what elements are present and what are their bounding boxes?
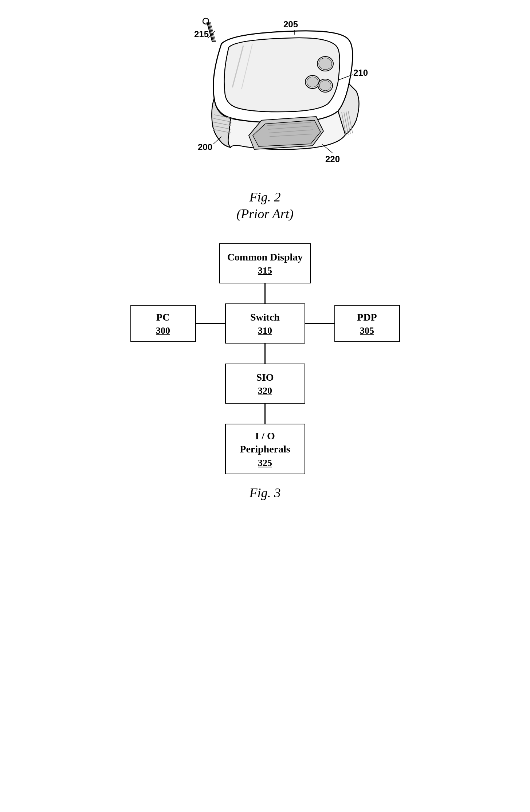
common-display-box: Common Display 315: [219, 243, 311, 283]
fig3-section: Common Display 315 PC 300 Switch 310: [0, 229, 530, 515]
pc-box: PC 300: [130, 305, 196, 342]
svg-text:200: 200: [198, 142, 212, 152]
switch-row: PC 300 Switch 310 PDP 305: [101, 303, 429, 344]
io-peripherals-number: 325: [258, 458, 272, 468]
connector-switch-sio: [264, 344, 266, 364]
pdp-box: PDP 305: [334, 305, 400, 342]
svg-point-8: [319, 58, 332, 70]
connector-pc-switch: [196, 323, 225, 324]
fig2-section: 215 205 210 200 220 Fig. 2 (Prior Art): [0, 0, 530, 229]
common-display-number: 315: [258, 265, 272, 276]
svg-text:215: 215: [194, 29, 209, 39]
sio-label: SIO: [256, 371, 274, 384]
io-peripherals-label: I / OPeripherals: [240, 429, 290, 456]
switch-number: 310: [258, 325, 272, 336]
pdp-label: PDP: [357, 311, 377, 324]
connector-display-switch: [264, 283, 266, 303]
svg-text:205: 205: [283, 19, 298, 29]
connector-switch-pdp: [305, 323, 334, 324]
svg-point-12: [319, 81, 331, 91]
svg-point-4: [203, 18, 209, 24]
svg-point-10: [307, 77, 318, 87]
pc-label: PC: [156, 311, 170, 324]
common-display-label: Common Display: [227, 251, 303, 264]
switch-label: Switch: [250, 311, 280, 324]
pdp-number: 305: [360, 325, 374, 336]
fig2-caption: Fig. 2: [250, 189, 281, 205]
sio-box: SIO 320: [225, 364, 305, 404]
fig2-subcaption: (Prior Art): [236, 206, 293, 221]
sio-number: 320: [258, 385, 272, 396]
io-peripherals-box: I / OPeripherals 325: [225, 424, 305, 474]
connector-sio-io: [264, 404, 266, 424]
svg-text:210: 210: [353, 68, 368, 78]
device-illustration: 215 205 210 200 220: [160, 11, 371, 186]
svg-text:220: 220: [325, 154, 340, 164]
pc-side-wrapper: PC 300: [130, 305, 225, 342]
fig3-caption: Fig. 3: [250, 485, 281, 501]
svg-line-1: [208, 22, 213, 42]
pdp-side-wrapper: PDP 305: [305, 305, 400, 342]
pc-number: 300: [156, 325, 170, 336]
switch-box: Switch 310: [225, 303, 305, 344]
block-diagram: Common Display 315 PC 300 Switch 310: [101, 243, 429, 474]
